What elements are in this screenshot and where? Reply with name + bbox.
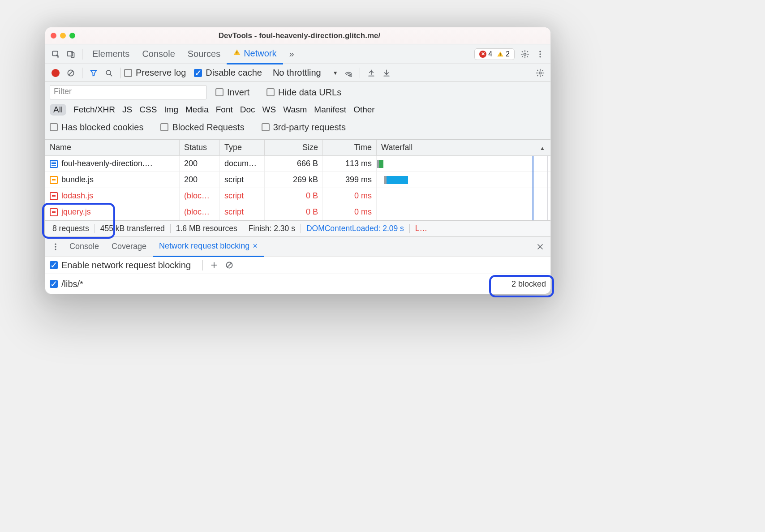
col-name[interactable]: Name — [45, 140, 180, 155]
blocked-count: 2 blocked — [511, 279, 546, 289]
network-settings-icon[interactable] — [533, 65, 548, 81]
enable-blocking-checkbox[interactable]: ✓Enable network request blocking — [50, 260, 191, 270]
type-filter-fetchxhr[interactable]: Fetch/XHR — [73, 105, 115, 115]
type-filter-manifest[interactable]: Manifest — [314, 105, 346, 115]
errors-badge: ✕ 4 — [479, 50, 492, 58]
request-name: lodash.js — [61, 191, 93, 201]
col-time[interactable]: Time — [323, 140, 377, 155]
filter-input[interactable]: Filter — [50, 85, 206, 99]
titlebar: DevTools - foul-heavenly-direction.glitc… — [45, 27, 550, 44]
window-controls — [51, 33, 75, 39]
type-filter-media[interactable]: Media — [185, 105, 209, 115]
export-har-icon[interactable] — [379, 65, 394, 81]
close-window-button[interactable] — [51, 33, 56, 39]
drawer-tab-coverage[interactable]: Coverage — [105, 237, 153, 257]
drawer-tab-blocking[interactable]: Network request blocking × — [153, 237, 264, 257]
network-conditions-icon[interactable] — [341, 65, 356, 81]
svg-point-8 — [539, 51, 541, 52]
svg-rect-3 — [236, 51, 237, 53]
record-button[interactable] — [48, 65, 63, 81]
tab-network[interactable]: Network — [227, 44, 283, 64]
tab-elements[interactable]: Elements — [86, 44, 136, 64]
pattern-enabled-checkbox[interactable]: ✓/libs/* — [50, 279, 83, 289]
drawer-tab-bar: Console Coverage Network request blockin… — [45, 236, 550, 256]
waterfall-bar — [384, 176, 408, 184]
summary-resources: 1.6 MB resources — [171, 224, 243, 233]
pattern-text: /libs/* — [61, 279, 83, 289]
type-filter-other[interactable]: Other — [353, 105, 375, 115]
type-filter-doc[interactable]: Doc — [240, 105, 255, 115]
svg-rect-6 — [500, 55, 500, 56]
requests-table: Name Status Type Size Time Waterfall▲ fo… — [45, 140, 550, 220]
waterfall-cell — [377, 188, 550, 204]
has-blocked-cookies-checkbox[interactable]: Has blocked cookies — [50, 122, 143, 133]
preserve-log-checkbox[interactable]: Preserve log — [124, 68, 186, 78]
drawer-tab-console[interactable]: Console — [63, 237, 105, 257]
invert-checkbox[interactable]: Invert — [215, 87, 249, 98]
type-filter-css[interactable]: CSS — [139, 105, 157, 115]
table-row[interactable]: lodash.js(bloc…script0 B0 ms — [45, 188, 550, 204]
col-waterfall[interactable]: Waterfall▲ — [377, 140, 550, 155]
svg-point-7 — [524, 53, 526, 55]
type-filter-font[interactable]: Font — [216, 105, 233, 115]
disable-cache-checkbox[interactable]: ✓Disable cache — [194, 68, 262, 78]
blocking-toolbar: ✓Enable network request blocking — [45, 256, 550, 274]
summary-requests: 8 requests — [47, 224, 95, 233]
type-filter-ws[interactable]: WS — [262, 105, 276, 115]
warnings-badge: 2 — [497, 50, 510, 58]
svg-point-13 — [348, 75, 349, 76]
tab-console[interactable]: Console — [136, 44, 181, 64]
settings-gear-icon[interactable] — [517, 47, 533, 62]
disable-cache-label: Disable cache — [206, 68, 262, 78]
type-filter-all[interactable]: All — [50, 104, 66, 116]
svg-rect-5 — [500, 53, 500, 55]
kebab-menu-icon[interactable] — [533, 47, 548, 62]
device-toolbar-icon[interactable] — [63, 47, 78, 62]
hide-data-urls-checkbox[interactable]: Hide data URLs — [266, 87, 341, 98]
drawer-kebab-icon[interactable] — [48, 239, 63, 254]
maximize-window-button[interactable] — [69, 33, 75, 39]
blocked-requests-checkbox[interactable]: Blocked Requests — [160, 122, 244, 133]
filter-toggle-icon[interactable] — [86, 65, 101, 81]
col-status[interactable]: Status — [180, 140, 220, 155]
tab-sources[interactable]: Sources — [181, 44, 227, 64]
window-title: DevTools - foul-heavenly-direction.glitc… — [81, 31, 518, 40]
devtools-window: DevTools - foul-heavenly-direction.glitc… — [45, 27, 551, 294]
col-type[interactable]: Type — [220, 140, 265, 155]
add-pattern-button[interactable] — [206, 257, 222, 273]
request-name: bundle.js — [61, 175, 94, 184]
throttling-select[interactable]: No throttling ▼ — [270, 68, 341, 78]
type-filter-js[interactable]: JS — [122, 105, 132, 115]
close-drawer-button[interactable] — [533, 239, 548, 254]
issues-pill[interactable]: ✕ 4 2 — [474, 48, 515, 60]
remove-all-patterns-button[interactable] — [222, 257, 237, 273]
table-row[interactable]: bundle.js200script269 kB399 ms — [45, 172, 550, 188]
blocking-pattern-row[interactable]: ✓/libs/* 2 blocked — [45, 274, 550, 294]
close-tab-icon[interactable]: × — [250, 241, 258, 251]
summary-load: L… — [410, 224, 433, 233]
third-party-checkbox[interactable]: 3rd-party requests — [262, 122, 346, 133]
col-size[interactable]: Size — [265, 140, 323, 155]
chevron-down-icon: ▼ — [333, 70, 338, 76]
type-filter-img[interactable]: Img — [164, 105, 178, 115]
summary-transferred: 455 kB transferred — [95, 224, 171, 233]
tab-network-label: Network — [244, 48, 276, 59]
more-tabs-button[interactable]: » — [283, 44, 301, 64]
request-name: foul-heavenly-direction.… — [61, 159, 153, 168]
sort-indicator-icon: ▲ — [540, 145, 545, 151]
svg-point-17 — [55, 246, 56, 247]
search-icon[interactable] — [101, 65, 116, 81]
svg-rect-1 — [68, 51, 73, 56]
svg-point-9 — [539, 53, 541, 55]
type-filter-wasm[interactable]: Wasm — [283, 105, 307, 115]
table-header: Name Status Type Size Time Waterfall▲ — [45, 140, 550, 156]
minimize-window-button[interactable] — [60, 33, 66, 39]
inspect-element-icon[interactable] — [48, 47, 63, 62]
table-row[interactable]: foul-heavenly-direction.…200docum…666 B1… — [45, 156, 550, 172]
svg-rect-0 — [52, 51, 58, 56]
errors-count: 4 — [488, 50, 492, 58]
table-row[interactable]: jquery.js(bloc…script0 B0 ms — [45, 204, 550, 220]
request-name: jquery.js — [61, 207, 91, 217]
clear-button[interactable] — [63, 65, 78, 81]
import-har-icon[interactable] — [364, 65, 379, 81]
